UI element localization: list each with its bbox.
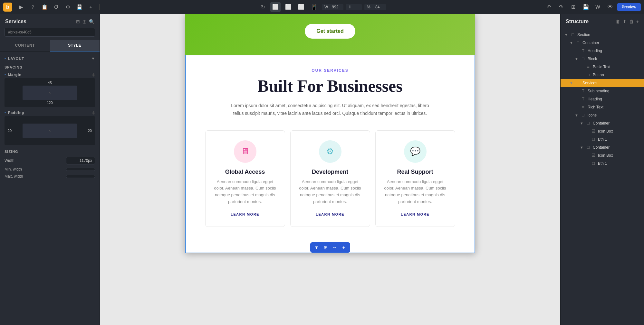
tree-item-container[interactable]: ▼□Container [561, 39, 644, 47]
tree-icon-sub-heading: T [581, 88, 586, 93]
margin-link-icon[interactable]: ◎ [92, 72, 95, 77]
history-icon[interactable]: ⏱ [52, 3, 61, 12]
tree-icon-basic-text: ≡ [586, 64, 591, 69]
structure-add-icon[interactable]: + [636, 19, 639, 24]
height-box: H [346, 4, 362, 10]
tree-item-btn2[interactable]: □Btn 1 [561, 159, 644, 167]
height-input[interactable] [353, 5, 359, 9]
tree-chevron-block[interactable]: ▼ [575, 57, 579, 61]
save-icon[interactable]: 💾 [75, 3, 84, 12]
grid-icon[interactable]: ⊞ [568, 2, 579, 12]
tablet-small-view-btn[interactable]: ⬜ [296, 2, 306, 12]
tree-chevron-icons[interactable]: ▼ [575, 113, 579, 117]
margin-box-wrap: Margin ◎ 45 120 - - × [5, 72, 95, 107]
canvas-chevron-down[interactable]: ▼ [313, 244, 321, 251]
padding-top-val[interactable]: - [49, 119, 51, 123]
margin-right-val[interactable]: - [91, 91, 92, 95]
tree-item-button[interactable]: □Button [561, 71, 644, 79]
redo-icon[interactable]: ↷ [556, 2, 566, 12]
help-icon[interactable]: ? [28, 3, 37, 12]
tab-style[interactable]: STYLE [50, 40, 100, 51]
tree-icon-container2: □ [586, 121, 591, 125]
zoom-input[interactable] [372, 5, 383, 9]
service-card-0[interactable]: 🖥 Global Access Aenean commodo ligula eg… [205, 130, 285, 227]
padding-link-icon[interactable]: ◎ [92, 110, 95, 115]
margin-left-val[interactable]: - [8, 91, 9, 95]
panel-icon-2[interactable]: ◎ [82, 19, 86, 24]
preview-button[interactable]: Preview [617, 3, 641, 11]
tree-label-section: Section [577, 32, 640, 37]
panel-search-icon[interactable]: 🔍 [89, 19, 94, 24]
tree-item-block[interactable]: ▼□Block [561, 55, 644, 63]
tree-item-heading2[interactable]: THeading [561, 95, 644, 103]
padding-right-val[interactable]: 20 [88, 129, 92, 133]
tab-content[interactable]: CONTENT [0, 40, 50, 51]
tree-item-btn1[interactable]: □Btn 1 [561, 135, 644, 143]
panel-title: Services [5, 19, 26, 24]
templates-icon[interactable]: 📋 [40, 3, 49, 12]
card-link-2[interactable]: LEARN MORE [401, 212, 429, 216]
tree-item-heading[interactable]: THeading [561, 47, 644, 55]
margin-top-val[interactable]: 45 [48, 81, 52, 85]
cursor-tool[interactable]: ▶ [17, 3, 26, 12]
refresh-icon[interactable]: ↻ [259, 3, 268, 12]
tree-chevron-container[interactable]: ▼ [570, 41, 573, 45]
layout-collapse-btn[interactable]: ▼ [91, 56, 95, 61]
right-panel: Structure 🗑 ⬆ 🗑 + ▼□Section▼□ContainerTH… [560, 14, 644, 325]
eye-icon[interactable]: 👁 [605, 2, 615, 12]
margin-bottom-val[interactable]: 120 [47, 101, 53, 105]
tree-item-container2[interactable]: ▼□Container [561, 119, 644, 127]
add-icon[interactable]: + [86, 3, 95, 12]
tree-label-container3: Container [593, 145, 640, 150]
structure-delete-icon[interactable]: 🗑 [629, 19, 634, 24]
brand-logo: b [3, 3, 12, 12]
settings-icon[interactable]: ⚙ [63, 3, 72, 12]
undo-icon[interactable]: ↶ [544, 2, 554, 12]
get-started-button[interactable]: Get started [305, 24, 355, 39]
wordpress-icon[interactable]: W [593, 2, 603, 12]
tree-chevron-container2[interactable]: ▼ [580, 121, 584, 125]
panel-icon-1[interactable]: ⊞ [76, 19, 80, 24]
canvas-area[interactable]: Get started OUR SERVICES Built For Busin… [100, 14, 560, 325]
max-width-input[interactable] [66, 175, 95, 178]
tree-chevron-services[interactable]: ▼ [570, 81, 573, 85]
desktop-view-btn[interactable]: ⬜ [270, 2, 281, 12]
services-subtitle: OUR SERVICES [205, 68, 455, 73]
structure-trash-icon[interactable]: 🗑 [616, 19, 620, 24]
padding-bottom-val[interactable]: - [49, 139, 51, 143]
structure-upload-icon[interactable]: ⬆ [623, 19, 627, 24]
canvas-add-btn[interactable]: + [340, 244, 348, 251]
width-row: Width [5, 157, 95, 164]
tree-item-rich-text[interactable]: ≡Rich Text [561, 103, 644, 111]
tree-chevron-container3[interactable]: ▼ [580, 145, 584, 149]
tree-icon-btn1: □ [591, 137, 596, 142]
card-link-1[interactable]: LEARN MORE [316, 212, 344, 216]
service-card-1[interactable]: ⚙ Development Aenean commodo ligula egge… [290, 130, 370, 227]
width-input[interactable] [329, 5, 341, 9]
canvas-drag-btn[interactable]: ↔ [331, 244, 339, 251]
tablet-view-btn[interactable]: ⬜ [283, 2, 293, 12]
tree-item-services[interactable]: ▼□Services [561, 79, 644, 87]
services-section[interactable]: OUR SERVICES Built For Businesses Lorem … [185, 55, 475, 253]
tree-item-icon-box2[interactable]: ☑Icon Box [561, 151, 644, 159]
padding-label: Padding [5, 111, 24, 115]
service-card-2[interactable]: 💬 Real Support Aenean commodo ligula egg… [375, 130, 455, 227]
width-input-field[interactable] [66, 157, 95, 164]
padding-left-val[interactable]: 20 [8, 129, 12, 133]
mobile-view-btn[interactable]: 📱 [309, 2, 319, 12]
tree-chevron-section[interactable]: ▼ [564, 33, 568, 37]
min-width-input[interactable] [66, 168, 95, 171]
tree-item-container3[interactable]: ▼□Container [561, 143, 644, 151]
save2-icon[interactable]: 💾 [581, 2, 591, 12]
tree-item-icons[interactable]: ▼□icons [561, 111, 644, 119]
tree-item-basic-text[interactable]: ≡Basic Text [561, 63, 644, 71]
tree-label-services: Services [582, 81, 640, 85]
canvas-grid-btn[interactable]: ⊞ [322, 244, 330, 251]
tree-item-sub-heading[interactable]: TSub heading [561, 87, 644, 95]
tree-item-icon-box1[interactable]: ☑Icon Box [561, 127, 644, 135]
card-link-0[interactable]: LEARN MORE [231, 212, 259, 216]
card-text-2: Aenean commodo ligula egget dolor. Aenea… [382, 179, 448, 205]
tree-label-container2: Container [593, 121, 640, 125]
element-id-field[interactable]: #brxe-ce40c5 [5, 28, 95, 37]
tree-item-section[interactable]: ▼□Section [561, 31, 644, 39]
